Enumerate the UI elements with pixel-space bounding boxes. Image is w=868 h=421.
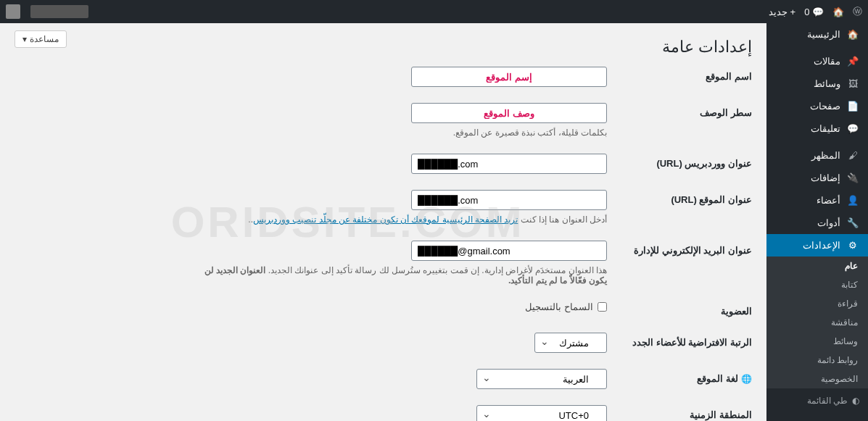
submenu-permalinks[interactable]: روابط دائمة xyxy=(766,351,868,370)
chevron-down-icon: ▾ xyxy=(22,34,27,44)
comment-icon: 💬 xyxy=(812,7,824,17)
site-language-label: 🌐لغة الموقع xyxy=(607,369,752,384)
admin-sidebar: 🏠الرئيسية 📌مقالات 🖼وسائط 📄صفحات 💬تعليقات… xyxy=(766,23,868,421)
avatar[interactable] xyxy=(6,4,20,19)
sidebar-item-pages[interactable]: 📄صفحات xyxy=(766,95,868,117)
dashboard-icon: 🏠 xyxy=(846,29,859,40)
submenu-privacy[interactable]: الخصوصية xyxy=(766,370,868,388)
sidebar-item-dashboard[interactable]: 🏠الرئيسية xyxy=(766,23,868,46)
sidebar-item-users[interactable]: 👤أعضاء xyxy=(766,189,868,212)
site-url-description: أدخل العنوان هنا إذا كنت تريد الصفحة الر… xyxy=(248,214,607,225)
wp-url-input[interactable] xyxy=(411,154,607,174)
comment-icon: 💬 xyxy=(846,123,859,134)
sidebar-item-media[interactable]: 🖼وسائط xyxy=(766,72,868,95)
admin-email-input[interactable] xyxy=(411,241,607,261)
membership-label: العضوية xyxy=(607,301,752,317)
membership-checkbox-label: السماح بالتسجيل xyxy=(525,301,593,312)
gear-icon: ⚙ xyxy=(846,240,859,251)
tagline-description: بكلمات قليلة، أكتب نبذة قصيرة عن الموقع. xyxy=(411,128,607,138)
sidebar-item-posts[interactable]: 📌مقالات xyxy=(766,50,868,72)
wp-url-label: عنوان ووردبريس (URL) xyxy=(607,154,752,169)
wordpress-logo-icon[interactable]: ⓦ xyxy=(853,5,862,18)
user-name-redacted xyxy=(30,5,88,18)
page-icon: 📄 xyxy=(846,101,859,112)
submenu-general[interactable]: عام xyxy=(766,257,868,275)
brush-icon: 🖌 xyxy=(846,150,859,161)
site-title-label: اسم الموقع xyxy=(607,67,752,82)
sidebar-item-tools[interactable]: 🔧أدوات xyxy=(766,212,868,234)
site-language-select[interactable]: العربية xyxy=(476,369,607,389)
admin-email-label: عنوان البريد الإلكتروني للإدارة xyxy=(607,241,752,256)
home-icon[interactable]: 🏠 xyxy=(832,7,844,17)
site-url-help-link[interactable]: تريد الصفحة الرئيسية لموقعك أن تكون مختل… xyxy=(253,214,518,225)
media-icon: 🖼 xyxy=(846,78,859,89)
tagline-label: سطر الوصف xyxy=(607,103,752,118)
submenu-writing[interactable]: كتابة xyxy=(766,275,868,294)
help-button[interactable]: مساعدة ▾ xyxy=(15,30,67,48)
comments-indicator[interactable]: 💬 0 xyxy=(804,7,824,17)
sidebar-item-appearance[interactable]: 🖌المظهر xyxy=(766,144,868,167)
sidebar-item-settings[interactable]: ⚙الإعدادات xyxy=(766,234,868,257)
default-role-select[interactable]: مشترك xyxy=(534,333,607,353)
submenu-discussion[interactable]: مناقشة xyxy=(766,313,868,332)
settings-general-page: مساعدة ▾ إعدادات عامة ORIDSITE.COM اسم ا… xyxy=(0,23,766,421)
sidebar-submenu-settings: عام كتابة قراءة مناقشة وسائط روابط دائمة… xyxy=(766,257,868,388)
tagline-input[interactable] xyxy=(411,103,607,123)
sidebar-item-comments[interactable]: 💬تعليقات xyxy=(766,117,868,140)
membership-checkbox[interactable] xyxy=(598,302,607,312)
collapse-menu-button[interactable]: ◐طي القائمة xyxy=(766,388,868,413)
page-title: إعدادات عامة xyxy=(15,30,752,67)
user-icon: 👤 xyxy=(846,195,859,206)
translate-icon: 🌐 xyxy=(741,374,752,384)
sidebar-item-plugins[interactable]: 🔌إضافات xyxy=(766,167,868,189)
site-url-input[interactable] xyxy=(411,190,607,210)
collapse-icon: ◐ xyxy=(852,396,859,406)
admin-toolbar: ⓦ 🏠 💬 0 + جديد xyxy=(0,0,868,23)
comments-count: 0 xyxy=(804,7,809,17)
timezone-label: المنطقة الزمنية xyxy=(607,405,752,420)
default-role-label: الرتبة الافتراضية للأعضاء الجدد xyxy=(607,333,752,348)
new-content-button[interactable]: + جديد xyxy=(769,7,795,17)
timezone-select[interactable]: UTC+0 xyxy=(476,405,607,421)
submenu-reading[interactable]: قراءة xyxy=(766,294,868,313)
wrench-icon: 🔧 xyxy=(846,217,859,228)
site-title-input[interactable] xyxy=(411,67,607,87)
plug-icon: 🔌 xyxy=(846,172,859,183)
pin-icon: 📌 xyxy=(846,56,859,67)
admin-email-description: هذا العنوان مستخدَم لأغراض إدارية. إن قم… xyxy=(201,265,607,285)
submenu-media[interactable]: وسائط xyxy=(766,332,868,351)
site-url-label: عنوان الموقع (URL) xyxy=(607,190,752,205)
